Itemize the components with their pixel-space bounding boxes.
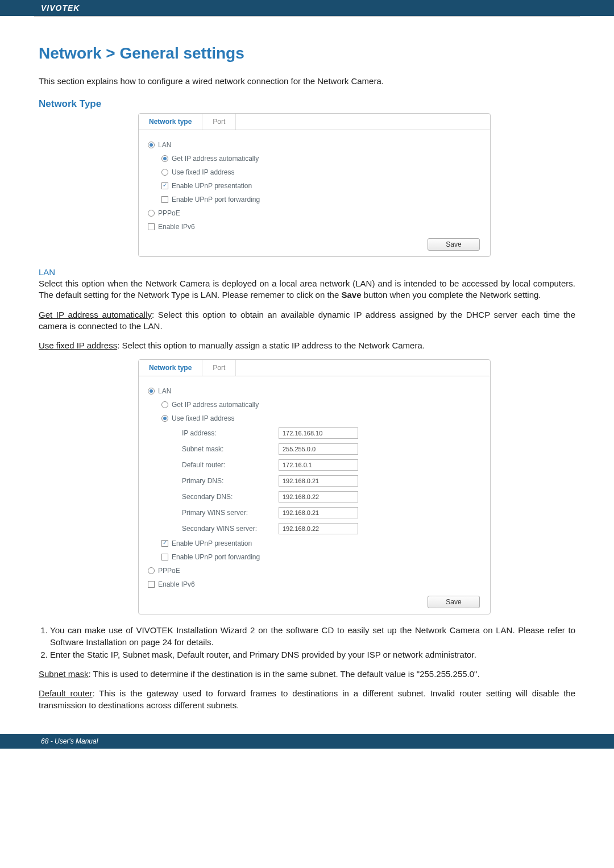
get-ip-paragraph: Get IP address automatically: Select thi…: [39, 309, 575, 333]
checkbox-upnp-port[interactable]: [161, 196, 168, 203]
divider: [34, 16, 580, 17]
tab-network-type[interactable]: Network type: [139, 114, 202, 130]
network-type-heading: Network Type: [39, 98, 575, 110]
radio-use-fixed-2[interactable]: [161, 415, 168, 422]
label-use-fixed-2: Use fixed IP address: [172, 414, 235, 422]
label-upnp-port-2: Enable UPnP port forwarding: [172, 553, 260, 561]
radio-use-fixed[interactable]: [161, 169, 168, 176]
pdns-label: Primary DNS:: [182, 477, 279, 485]
label-upnp-pres-2: Enable UPnP presentation: [172, 539, 252, 547]
pdns-input[interactable]: [279, 475, 358, 487]
lan-para-bold: Save: [341, 290, 361, 300]
subnet-label: Subnet mask:: [182, 445, 279, 453]
tabs-2: Network type Port: [139, 360, 490, 376]
subnet-paragraph: Subnet mask: This is used to determine i…: [39, 668, 575, 680]
ip-input[interactable]: [279, 427, 358, 439]
label-lan: LAN: [158, 141, 171, 149]
tab-network-type-2[interactable]: Network type: [139, 360, 202, 376]
tabs: Network type Port: [139, 114, 490, 130]
intro-text: This section explains how to configure a…: [39, 75, 575, 87]
label-lan-2: LAN: [158, 387, 171, 395]
label-ipv6-2: Enable IPv6: [158, 580, 195, 588]
radio-lan[interactable]: [148, 142, 155, 148]
get-ip-underline: Get IP address automatically: [39, 310, 152, 319]
swins-input[interactable]: [279, 523, 358, 534]
pwins-input[interactable]: [279, 507, 358, 518]
label-get-ip: Get IP address automatically: [172, 155, 259, 163]
lan-paragraph: Select this option when the Network Came…: [39, 278, 575, 301]
save-button-2[interactable]: Save: [428, 596, 480, 608]
list-item-2: Enter the Static IP, Subnet mask, Defaul…: [50, 649, 575, 661]
lan-para-tail: button when you complete the Network set…: [362, 290, 541, 300]
subnet-underline: Subnet mask: [39, 669, 89, 679]
label-ipv6: Enable IPv6: [158, 223, 195, 231]
network-panel-1: Network type Port LAN Get IP address aut…: [138, 113, 491, 257]
use-fixed-paragraph: Use fixed IP address: Select this option…: [39, 340, 575, 351]
footer-text: 68 - User's Manual: [0, 734, 614, 749]
use-fixed-tail: : Select this option to manually assign …: [117, 340, 425, 350]
radio-pppoe[interactable]: [148, 210, 155, 217]
page-title: Network > General settings: [39, 44, 575, 63]
header-brand: VIVOTEK: [0, 0, 614, 16]
list-item-1: You can make use of VIVOTEK Installation…: [50, 625, 575, 648]
lan-heading: LAN: [39, 267, 575, 277]
router-underline: Default router: [39, 688, 93, 698]
tab-port[interactable]: Port: [202, 114, 236, 130]
label-pppoe-2: PPPoE: [158, 567, 180, 575]
use-fixed-underline: Use fixed IP address: [39, 340, 117, 350]
radio-get-ip-2[interactable]: [161, 401, 168, 408]
label-pppoe: PPPoE: [158, 209, 180, 217]
radio-lan-2[interactable]: [148, 388, 155, 394]
checkbox-ipv6-2[interactable]: [148, 581, 155, 588]
radio-pppoe-2[interactable]: [148, 567, 155, 574]
network-panel-2: Network type Port LAN Get IP address aut…: [138, 359, 491, 614]
checkbox-upnp-pres-2[interactable]: [161, 540, 168, 547]
subnet-tail: : This is used to determine if the desti…: [89, 669, 480, 679]
label-upnp-pres: Enable UPnP presentation: [172, 182, 252, 190]
label-use-fixed: Use fixed IP address: [172, 168, 235, 176]
checkbox-upnp-pres[interactable]: [161, 182, 168, 189]
checkbox-ipv6[interactable]: [148, 223, 155, 230]
sdns-label: Secondary DNS:: [182, 493, 279, 501]
tab-port-2[interactable]: Port: [202, 360, 236, 376]
ip-label: IP address:: [182, 429, 279, 437]
router-tail: : This is the gateway used to forward fr…: [39, 688, 575, 709]
router-input[interactable]: [279, 459, 358, 471]
router-label: Default router:: [182, 461, 279, 469]
subnet-input[interactable]: [279, 443, 358, 455]
save-button[interactable]: Save: [428, 238, 480, 251]
radio-get-ip[interactable]: [161, 155, 168, 162]
label-get-ip-2: Get IP address automatically: [172, 401, 259, 409]
numbered-list: You can make use of VIVOTEK Installation…: [39, 625, 575, 661]
checkbox-upnp-port-2[interactable]: [161, 554, 168, 560]
router-paragraph: Default router: This is the gateway used…: [39, 688, 575, 711]
swins-label: Secondary WINS server:: [182, 525, 279, 533]
label-upnp-port: Enable UPnP port forwarding: [172, 196, 260, 203]
sdns-input[interactable]: [279, 491, 358, 502]
pwins-label: Primary WINS server:: [182, 509, 279, 517]
